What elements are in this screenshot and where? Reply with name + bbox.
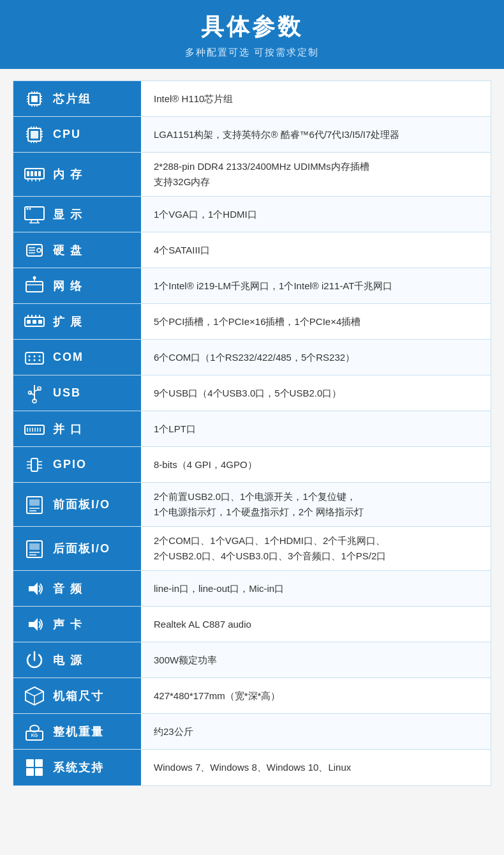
row-cpu: CPULGA1151构架，支持英特尔® 酷睿™6代/7代I3/I5/I7处理器 xyxy=(13,117,491,153)
row-network: 网 络1个Intel® i219-LM千兆网口，1个Intel® i211-AT… xyxy=(13,268,491,304)
row-soundcard: 声 卡Realtek AL C887 audio xyxy=(13,607,491,642)
label-cell-os: 系统支持 xyxy=(13,750,141,785)
value-cell-power: 300W额定功率 xyxy=(141,642,491,677)
row-parallel: 并 口1个LPT口 xyxy=(13,411,491,447)
label-text-audio: 音 频 xyxy=(53,581,83,596)
value-cell-chipset: Intel® H110芯片组 xyxy=(141,81,491,116)
svg-rect-1 xyxy=(31,96,38,102)
value-cell-memory: 2*288-pin DDR4 2133/2400MHz UDIMMs内存插槽支持… xyxy=(141,153,491,196)
row-weight: KG整机重量约23公斤 xyxy=(13,714,491,750)
label-text-memory: 内 存 xyxy=(53,167,83,182)
row-display: 显 示1个VGA口，1个HDMI口 xyxy=(13,197,491,232)
power-icon xyxy=(22,648,47,672)
weight-icon: KG xyxy=(22,720,47,744)
label-text-expansion: 扩 展 xyxy=(53,314,83,329)
label-cell-cpu: CPU xyxy=(13,117,141,152)
value-cell-parallel: 1个LPT口 xyxy=(141,411,491,446)
label-text-weight: 整机重量 xyxy=(53,724,104,739)
row-os: 系统支持Windows 7、Windows 8、Windows 10、Linux xyxy=(13,750,491,785)
page-title: 具体参数 xyxy=(0,11,504,43)
svg-rect-80 xyxy=(31,458,38,471)
value-cell-usb: 9个USB口（4个USB3.0口，5个USB2.0口） xyxy=(141,375,491,411)
page-subtitle: 多种配置可选 可按需求定制 xyxy=(0,47,504,59)
label-cell-weight: KG整机重量 xyxy=(13,714,141,749)
label-cell-audio: 音 频 xyxy=(13,571,141,606)
row-rear-io: 后面板I/O2个COM口、1个VGA口、1个HDMI口、2个千兆网口、2个USB… xyxy=(13,527,491,571)
label-text-com: COM xyxy=(53,351,84,364)
svg-rect-30 xyxy=(31,171,33,176)
value-cell-audio: line-in口，line-out口，Mic-in口 xyxy=(141,571,491,606)
memory-icon xyxy=(22,162,47,186)
label-cell-front-io: 前面板I/O xyxy=(13,483,141,526)
value-cell-network: 1个Intel® i219-LM千兆网口，1个Intel® i211-AT千兆网… xyxy=(141,268,491,303)
value-cell-weight: 约23公斤 xyxy=(141,714,491,749)
svg-rect-48 xyxy=(26,282,43,292)
label-text-cpu: CPU xyxy=(53,128,81,141)
label-cell-com: COM xyxy=(13,340,141,375)
row-chipset: 芯片组Intel® H110芯片组 xyxy=(13,81,491,117)
svg-point-41 xyxy=(27,208,29,209)
label-text-power: 电 源 xyxy=(53,653,83,668)
row-usb: USB9个USB口（4个USB3.0口，5个USB2.0口） xyxy=(13,375,491,411)
label-cell-network: 网 络 xyxy=(13,268,141,303)
svg-rect-15 xyxy=(31,131,38,139)
network-icon xyxy=(22,274,47,298)
svg-rect-92 xyxy=(29,543,40,550)
label-text-os: 系统支持 xyxy=(53,760,104,775)
svg-point-61 xyxy=(29,355,31,357)
value-cell-soundcard: Realtek AL C887 audio xyxy=(141,607,491,642)
label-text-display: 显 示 xyxy=(53,207,83,222)
label-text-parallel: 并 口 xyxy=(53,421,83,437)
svg-rect-29 xyxy=(27,171,29,176)
chassis-icon xyxy=(22,684,47,708)
label-cell-gpio: GPIO xyxy=(13,447,141,482)
svg-rect-102 xyxy=(26,759,34,767)
soundcard-icon xyxy=(22,612,47,637)
label-text-chipset: 芯片组 xyxy=(53,91,91,107)
value-cell-cpu: LGA1151构架，支持英特尔® 酷睿™6代/7代I3/I5/I7处理器 xyxy=(141,117,491,152)
label-cell-display: 显 示 xyxy=(13,197,141,232)
label-text-network: 网 络 xyxy=(53,278,83,294)
chipset-icon xyxy=(22,87,47,111)
svg-rect-88 xyxy=(29,499,40,506)
value-cell-gpio: 8-bits（4 GPI，4GPO） xyxy=(141,447,491,482)
svg-point-65 xyxy=(34,359,36,361)
value-cell-rear-io: 2个COM口、1个VGA口、1个HDMI口、2个千兆网口、2个USB2.0口、4… xyxy=(141,527,491,570)
row-chassis: 机箱尺寸427*480*177mm（宽*深*高） xyxy=(13,678,491,714)
row-memory: 内 存2*288-pin DDR4 2133/2400MHz UDIMMs内存插… xyxy=(13,153,491,197)
value-cell-storage: 4个SATAIII口 xyxy=(141,232,491,268)
svg-text:KG: KG xyxy=(31,733,38,738)
value-cell-chassis: 427*480*177mm（宽*深*高） xyxy=(141,678,491,713)
front-io-icon xyxy=(22,492,47,517)
header: 具体参数 多种配置可选 可按需求定制 xyxy=(0,0,504,69)
svg-point-62 xyxy=(34,355,36,357)
label-cell-storage: 硬 盘 xyxy=(13,232,141,268)
label-text-usb: USB xyxy=(53,386,81,400)
label-text-gpio: GPIO xyxy=(53,458,87,471)
label-cell-memory: 内 存 xyxy=(13,153,141,196)
label-cell-chassis: 机箱尺寸 xyxy=(13,678,141,713)
os-icon xyxy=(22,755,47,780)
label-cell-soundcard: 声 卡 xyxy=(13,607,141,642)
cpu-icon xyxy=(22,123,47,147)
row-front-io: 前面板I/O2个前置USB2.0口、1个电源开关，1个复位键，1个电源指示灯，1… xyxy=(13,483,491,527)
row-audio: 音 频line-in口，line-out口，Mic-in口 xyxy=(13,571,491,607)
rear-io-icon xyxy=(22,536,47,561)
svg-point-64 xyxy=(29,359,31,361)
display-icon xyxy=(22,202,47,227)
audio-icon xyxy=(22,577,47,601)
row-power: 电 源300W额定功率 xyxy=(13,642,491,678)
svg-rect-59 xyxy=(38,320,42,324)
svg-point-66 xyxy=(39,359,41,361)
label-text-rear-io: 后面板I/O xyxy=(53,541,110,556)
label-cell-parallel: 并 口 xyxy=(13,411,141,446)
com-icon xyxy=(22,345,47,370)
label-text-storage: 硬 盘 xyxy=(53,243,83,258)
label-text-chassis: 机箱尺寸 xyxy=(53,688,104,704)
parallel-icon xyxy=(22,417,47,441)
svg-point-42 xyxy=(29,208,31,209)
svg-rect-105 xyxy=(35,768,43,776)
svg-rect-103 xyxy=(35,759,43,767)
value-cell-display: 1个VGA口，1个HDMI口 xyxy=(141,197,491,232)
gpio-icon xyxy=(22,453,47,477)
